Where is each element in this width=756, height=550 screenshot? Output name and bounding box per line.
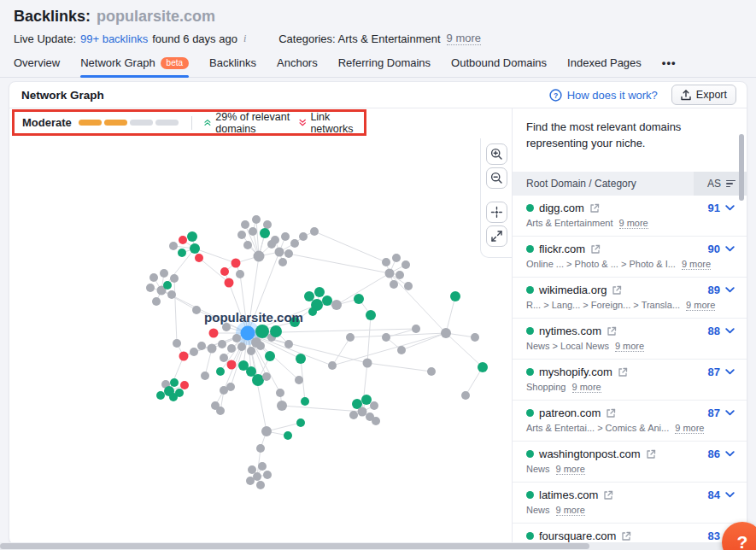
categories-more-link[interactable]: 9 more: [556, 464, 585, 475]
graph-node[interactable]: [256, 481, 265, 489]
score-expander[interactable]: 90: [708, 243, 735, 255]
graph-node[interactable]: [281, 232, 290, 241]
graph-node[interactable]: [175, 389, 184, 397]
graph-node[interactable]: [258, 462, 267, 471]
graph-node[interactable]: [275, 248, 284, 257]
domain-row[interactable]: nytimes.com88News > Local News9 more: [513, 319, 747, 360]
graph-node[interactable]: [290, 239, 299, 248]
graph-node[interactable]: [232, 334, 241, 342]
export-button[interactable]: Export: [671, 85, 736, 105]
graph-node[interactable]: [372, 417, 380, 425]
graph-node[interactable]: [160, 269, 168, 278]
graph-node[interactable]: [284, 340, 293, 348]
graph-node[interactable]: [382, 333, 390, 342]
score-expander[interactable]: 87: [708, 407, 735, 419]
graph-node[interactable]: [401, 260, 410, 269]
graph-node[interactable]: [190, 348, 198, 356]
graph-node[interactable]: [156, 391, 165, 400]
domain-link[interactable]: myshopify.com: [539, 366, 612, 378]
domain-row[interactable]: flickr.com90Online ... > Photo & ... > P…: [513, 237, 747, 278]
graph-node[interactable]: [226, 383, 235, 391]
graph-node[interactable]: [295, 376, 303, 384]
graph-node[interactable]: [358, 407, 367, 417]
categories-more-link[interactable]: 9 more: [675, 423, 704, 434]
external-link-icon[interactable]: [603, 490, 613, 500]
graph-node[interactable]: [304, 291, 314, 301]
graph-node[interactable]: [254, 251, 265, 262]
graph-node[interactable]: [471, 333, 479, 342]
external-link-icon[interactable]: [589, 203, 600, 214]
graph-node[interactable]: [249, 227, 257, 236]
graph-node[interactable]: [262, 372, 271, 381]
graph-node[interactable]: [278, 258, 287, 266]
graph-node[interactable]: [461, 391, 470, 400]
graph-node[interactable]: [218, 340, 226, 348]
graph-node[interactable]: [237, 342, 246, 351]
graph-node[interactable]: [169, 242, 178, 250]
external-link-icon[interactable]: [618, 367, 628, 377]
domain-link[interactable]: wikimedia.org: [539, 284, 607, 296]
graph-node[interactable]: [265, 351, 275, 361]
tab-network-graph[interactable]: Network Graphbeta: [80, 56, 189, 77]
external-link-icon[interactable]: [590, 244, 601, 255]
graph-node[interactable]: [170, 274, 179, 283]
graph-node[interactable]: [331, 300, 342, 310]
tab-anchors[interactable]: Anchors: [277, 56, 318, 77]
score-expander[interactable]: 86: [708, 448, 735, 460]
tab-backlinks[interactable]: Backlinks: [209, 56, 256, 77]
graph-node[interactable]: [149, 273, 158, 282]
score-expander[interactable]: 88: [708, 325, 735, 337]
graph-node[interactable]: [246, 477, 255, 485]
domain-row[interactable]: myshopify.com87Shopping9 more: [513, 360, 747, 401]
score-expander[interactable]: 84: [708, 489, 735, 501]
network-graph-canvas[interactable]: popularsite.com: [9, 138, 512, 545]
external-link-icon[interactable]: [612, 285, 622, 295]
graph-node[interactable]: [363, 359, 372, 368]
graph-node[interactable]: [385, 269, 395, 278]
graph-node[interactable]: [354, 294, 364, 304]
graph-node[interactable]: [404, 282, 413, 290]
graph-node[interactable]: [322, 295, 332, 306]
domain-row[interactable]: patreon.com87Arts & Entertai... > Comics…: [513, 401, 747, 442]
graph-node[interactable]: [190, 243, 200, 254]
graph-node[interactable]: [237, 231, 246, 239]
graph-node[interactable]: [227, 344, 236, 353]
graph-node[interactable]: [271, 236, 279, 244]
graph-node[interactable]: [208, 344, 217, 354]
list-scrollbar[interactable]: [739, 134, 744, 201]
graph-node[interactable]: [179, 352, 189, 361]
tab-outbound-domains[interactable]: Outbound Domains: [451, 56, 547, 77]
graph-node[interactable]: [310, 227, 319, 236]
tab-more[interactable]: •••: [662, 56, 677, 77]
graph-node[interactable]: [216, 367, 225, 376]
graph-node[interactable]: [296, 354, 306, 364]
how-does-it-work-link[interactable]: ? How does it work?: [549, 89, 658, 102]
graph-node[interactable]: [252, 374, 264, 386]
graph-node[interactable]: [301, 397, 309, 406]
graph-node[interactable]: [195, 254, 203, 262]
categories-more-link[interactable]: 9 more: [619, 218, 648, 229]
graph-node[interactable]: [328, 361, 337, 370]
graph-node[interactable]: [231, 259, 241, 268]
graph-node[interactable]: [178, 249, 186, 257]
graph-node[interactable]: [427, 367, 436, 376]
graph-node[interactable]: [252, 215, 261, 224]
network-graph-svg[interactable]: popularsite.com: [9, 138, 512, 545]
graph-node[interactable]: [167, 290, 176, 299]
graph-node[interactable]: [382, 258, 390, 266]
domain-link[interactable]: flickr.com: [539, 243, 585, 255]
domain-link[interactable]: nytimes.com: [539, 325, 601, 337]
external-link-icon[interactable]: [606, 408, 616, 418]
domain-link[interactable]: foursquare.com: [539, 530, 616, 542]
tab-referring-domains[interactable]: Referring Domains: [338, 56, 431, 77]
graph-node[interactable]: [263, 220, 272, 229]
graph-node[interactable]: [220, 354, 228, 362]
categories-more-link[interactable]: 9 more: [686, 300, 715, 311]
graph-node[interactable]: [209, 329, 219, 338]
categories-more-link[interactable]: 9 more: [556, 505, 585, 516]
graph-node[interactable]: [276, 389, 284, 397]
graph-node[interactable]: [236, 270, 244, 278]
graph-node[interactable]: [255, 325, 269, 338]
graph-node[interactable]: [390, 280, 398, 289]
graph-node[interactable]: [314, 287, 325, 297]
